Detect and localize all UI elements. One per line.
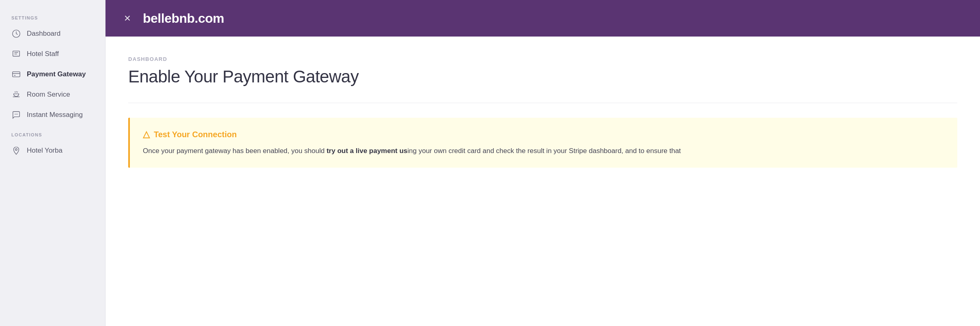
sidebar-locations-label: LOCATIONS	[0, 125, 105, 140]
svg-rect-4	[13, 72, 20, 77]
warning-body-start: Once your payment gateway has been enabl…	[143, 147, 327, 155]
sidebar-item-instant-messaging-label: Instant Messaging	[27, 111, 83, 119]
warning-body-bold: try out a live payment us	[327, 147, 407, 155]
location-icon	[11, 146, 21, 155]
sidebar-item-payment-gateway[interactable]: Payment Gateway	[0, 64, 105, 84]
svg-line-9	[17, 92, 17, 93]
close-button[interactable]: ×	[120, 11, 135, 26]
hotel-staff-icon	[11, 49, 21, 59]
svg-rect-1	[13, 51, 20, 56]
sidebar-item-payment-gateway-label: Payment Gateway	[27, 70, 86, 78]
payment-gateway-icon	[11, 69, 21, 79]
svg-point-14	[17, 114, 18, 114]
content-area: DASHBOARD Enable Your Payment Gateway △ …	[106, 37, 980, 326]
warning-body: Once your payment gateway has been enabl…	[143, 145, 944, 156]
sidebar: SETTINGS Dashboard Hotel Staff	[0, 0, 106, 326]
svg-line-8	[15, 92, 15, 93]
sidebar-item-dashboard-label: Dashboard	[27, 30, 60, 38]
warning-icon: △	[143, 129, 150, 140]
topbar-title: bellebnb.com	[143, 11, 224, 26]
sidebar-item-room-service-label: Room Service	[27, 91, 70, 99]
sidebar-item-room-service[interactable]: Room Service	[0, 84, 105, 105]
warning-title-text: Test Your Connection	[154, 130, 237, 139]
instant-messaging-icon	[11, 110, 21, 120]
sidebar-item-instant-messaging[interactable]: Instant Messaging	[0, 105, 105, 125]
page-title: Enable Your Payment Gateway	[128, 67, 957, 86]
svg-point-13	[16, 114, 17, 114]
sidebar-item-hotel-yorba[interactable]: Hotel Yorba	[0, 140, 105, 161]
warning-box: △ Test Your Connection Once your payment…	[128, 118, 957, 168]
warning-title: △ Test Your Connection	[143, 129, 944, 140]
dashboard-icon	[11, 29, 21, 39]
topbar: × bellebnb.com	[106, 0, 980, 37]
breadcrumb: DASHBOARD	[128, 56, 957, 62]
sidebar-settings-label: SETTINGS	[0, 8, 105, 24]
divider	[128, 103, 957, 103]
room-service-icon	[11, 90, 21, 99]
sidebar-item-dashboard[interactable]: Dashboard	[0, 24, 105, 44]
warning-body-end: ing your own credit card and check the r…	[407, 147, 681, 155]
sidebar-item-hotel-staff[interactable]: Hotel Staff	[0, 44, 105, 64]
svg-point-12	[15, 114, 15, 114]
sidebar-item-hotel-yorba-label: Hotel Yorba	[27, 147, 62, 155]
main-area: × bellebnb.com DASHBOARD Enable Your Pay…	[106, 0, 980, 326]
svg-point-15	[15, 149, 17, 151]
sidebar-item-hotel-staff-label: Hotel Staff	[27, 50, 59, 58]
